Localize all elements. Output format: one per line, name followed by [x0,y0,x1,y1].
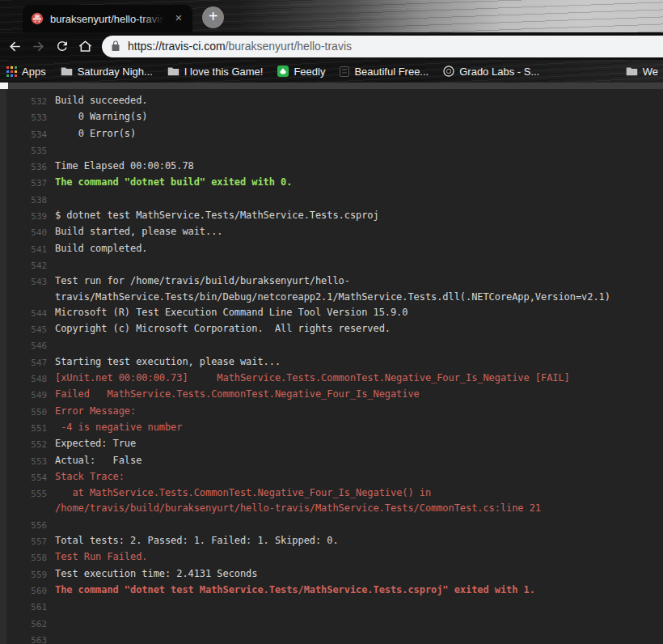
log-line-number[interactable]: 537 [6,175,47,191]
bookmark-item[interactable]: Grado Labs - S... [443,66,539,78]
grado-circle-icon [443,66,454,77]
log-line-number[interactable]: 556 [6,517,47,533]
secure-lock-icon[interactable] [111,40,120,52]
log-line-text: Failed MathService.Tests.CommonTest.Nega… [55,387,663,403]
log-line-number[interactable]: 536 [6,159,47,175]
log-line-number[interactable]: 561 [6,599,47,615]
log-line: 550 Error Message: [6,404,663,420]
bookmark-label: Grado Labs - S... [459,66,539,78]
bookmark-item[interactable]: Feedly [277,66,325,78]
browser-tab[interactable]: buraksenyurt/hello-travis × [23,5,192,32]
back-button[interactable] [3,35,27,58]
log-line: 547 Starting test execution, please wait… [6,354,663,371]
log-line: 543 Test run for /home/travis/build/bura… [6,273,663,305]
log-line-number[interactable]: 554 [6,469,47,485]
log-line-number[interactable]: 544 [6,305,47,321]
log-line: 537 The command "dotnet build" exited wi… [6,175,663,191]
new-tab-button[interactable]: + [202,6,224,28]
log-line-text: Build completed. [55,241,663,257]
log-line-text: Build succeeded. [55,93,663,109]
bookmark-item[interactable]: Saturday Nigh... [61,66,153,78]
folder-icon [61,66,73,76]
log-line-text: [xUnit.net 00:00:00.73] MathService.Test… [55,371,663,387]
folder-icon [626,66,638,76]
log-line-text: Test Run Failed. [55,549,663,566]
log-line: 556 [6,517,663,533]
log-line-number[interactable]: 555 [6,485,47,517]
page-top-band [0,83,663,89]
log-line-number[interactable]: 553 [6,453,47,469]
log-line-text: Stack Trace: [55,469,663,485]
log-line-number[interactable]: 540 [6,224,47,240]
log-line-number[interactable]: 548 [6,371,47,387]
log-line-number[interactable]: 538 [6,192,47,208]
log-line: 560 The command "dotnet test MathService… [6,583,663,599]
log-line-number[interactable]: 545 [6,321,47,337]
log-line-text: Total tests: 2. Passed: 1. Failed: 1. Sk… [55,533,663,549]
bookmark-item[interactable]: Apps [6,66,46,78]
bookmark-label: Saturday Nigh... [78,66,153,78]
log-line-number[interactable]: 549 [6,387,47,403]
travis-build-page: 532 Build succeeded. 533 0 Warning(s) 53… [0,83,663,644]
log-line-number[interactable]: 533 [6,109,47,125]
log-line-text: Starting test execution, please wait... [55,354,663,371]
back-icon [7,39,23,54]
log-line-number[interactable]: 543 [6,273,47,305]
log-line-text: Time Elapsed 00:00:05.78 [55,159,663,175]
home-button[interactable] [74,35,97,58]
log-line-number[interactable]: 541 [6,241,47,257]
log-line: 532 Build succeeded. [6,93,663,109]
log-line: 558 Test Run Failed. [6,549,663,566]
travis-ci-favicon-icon [31,12,44,25]
log-line-number[interactable]: 559 [6,566,47,583]
log-line-text: Expected: True [55,436,663,452]
log-line-number[interactable]: 534 [6,126,47,142]
log-line-number[interactable]: 542 [6,257,47,273]
address-bar[interactable]: https://travis-ci.com/buraksenyurt/hello… [102,36,663,57]
log-line-number[interactable]: 551 [6,420,47,436]
log-line-text: $ dotnet test MathService.Tests/MathServ… [55,208,663,224]
log-line: 538 [6,192,663,208]
log-line-text [55,142,663,159]
url-path: /buraksenyurt/hello-travis [226,40,352,53]
log-line: 534 0 Error(s) [6,126,663,142]
url-host: https://travis-ci.com [128,40,226,53]
page-left-strip [0,89,6,644]
bookmark-item[interactable]: I love this Game! [167,66,264,78]
log-line-number[interactable]: 563 [6,632,47,644]
log-line-number[interactable]: 532 [6,93,47,109]
log-line-number[interactable]: 552 [6,436,47,452]
log-line: 551 -4 is negative number [6,420,663,436]
log-line-text [55,517,663,533]
bookmark-item[interactable]: Beautiful Free... [340,66,429,78]
log-line-text: Copyright (c) Microsoft Corporation. All… [55,321,663,337]
log-line-number[interactable]: 557 [6,533,47,549]
forward-icon [31,39,46,54]
reload-icon [55,39,70,53]
log-line-text: Error Message: [55,404,663,420]
reload-button[interactable] [50,35,74,58]
log-line: 535 [6,142,663,159]
log-line-number[interactable]: 558 [6,549,47,566]
bookmark-item[interactable]: We [626,66,658,78]
log-line-number[interactable]: 547 [6,354,47,371]
log-line-text: Test run for /home/travis/build/buraksen… [55,273,663,305]
bookmark-label: Beautiful Free... [354,66,429,78]
log-line-number[interactable]: 562 [6,616,47,632]
log-line-number[interactable]: 546 [6,337,47,354]
log-line-number[interactable]: 550 [6,404,47,420]
log-line-number[interactable]: 535 [6,142,47,159]
navigation-toolbar: https://travis-ci.com/buraksenyurt/hello… [0,32,663,60]
log-line: 553 Actual: False [6,453,663,469]
log-line-text [55,337,663,354]
forward-button[interactable] [27,35,50,58]
tab-close-icon[interactable]: × [171,11,186,26]
log-line-text [55,632,663,644]
log-line-number[interactable]: 560 [6,583,47,599]
log-line-text [55,192,663,208]
log-line-text: 0 Error(s) [55,126,663,142]
build-log[interactable]: 532 Build succeeded. 533 0 Warning(s) 53… [6,89,663,644]
log-line-number[interactable]: 539 [6,208,47,224]
log-line-text: Microsoft (R) Test Execution Command Lin… [55,305,663,321]
log-line: 542 [6,257,663,273]
